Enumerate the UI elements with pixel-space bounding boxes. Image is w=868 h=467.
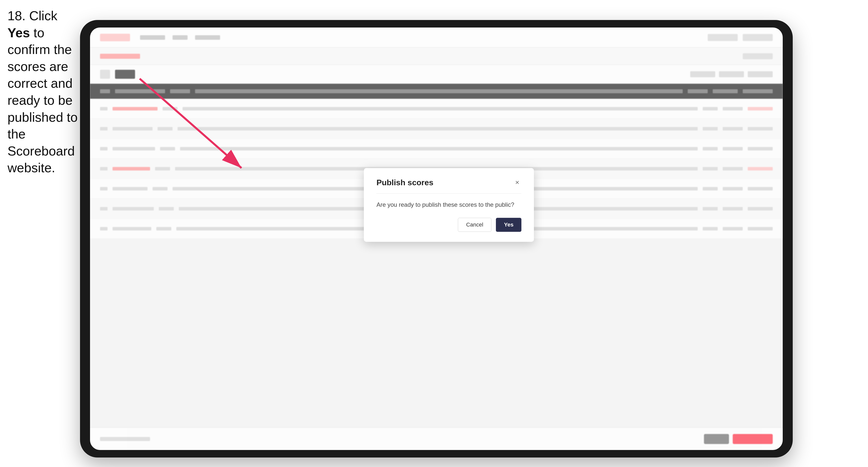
table-header	[90, 84, 783, 99]
nav-item-3	[195, 35, 220, 40]
header-btn-2	[743, 34, 773, 41]
filter-btn-active	[115, 70, 135, 79]
instruction-text: 18. Click Yes to confirm the scores are …	[7, 7, 80, 177]
table-row	[90, 119, 783, 139]
yes-button[interactable]: Yes	[496, 218, 521, 232]
bottom-right	[704, 434, 773, 444]
th-col-7	[743, 89, 773, 93]
app-logo	[100, 34, 130, 41]
filter-right	[690, 71, 773, 77]
dialog-message: Are you ready to publish these scores to…	[376, 200, 521, 209]
publish-scores-dialog: Publish scores × Are you ready to publis…	[364, 168, 534, 242]
tablet-frame: Publish scores × Are you ready to publis…	[80, 20, 793, 458]
cancel-button[interactable]: Cancel	[458, 218, 491, 232]
bottom-bar	[90, 428, 783, 450]
sub-header	[90, 48, 783, 65]
dialog-title: Publish scores	[376, 178, 433, 187]
filter-row	[90, 65, 783, 84]
header-right	[708, 34, 773, 41]
instruction-suffix: to confirm the scores are correct and re…	[7, 26, 78, 175]
close-icon[interactable]: ×	[513, 179, 521, 187]
bottom-btn-primary	[733, 434, 773, 444]
th-col-4	[195, 89, 683, 93]
sub-header-right	[743, 53, 773, 59]
filter-right-3	[748, 71, 773, 77]
th-col-2	[115, 89, 165, 93]
filter-btn-1	[100, 70, 110, 79]
step-number: 18.	[7, 8, 26, 23]
instruction-prefix: Click	[29, 8, 58, 23]
th-col-1	[100, 89, 110, 93]
app-nav	[140, 35, 220, 40]
yes-emphasis: Yes	[7, 26, 30, 40]
app-header	[90, 28, 783, 48]
th-col-6	[713, 89, 738, 93]
dialog-footer: Cancel Yes	[376, 218, 521, 232]
filter-right-2	[719, 71, 744, 77]
filter-right-1	[690, 71, 715, 77]
th-col-5	[688, 89, 708, 93]
header-btn-1	[708, 34, 738, 41]
bottom-btn-1	[704, 434, 729, 444]
nav-item-1	[140, 35, 165, 40]
tablet-screen: Publish scores × Are you ready to publis…	[90, 28, 783, 450]
dialog-header: Publish scores ×	[376, 178, 521, 187]
nav-item-2	[173, 35, 188, 40]
sub-header-text	[100, 54, 140, 59]
dialog-body: Are you ready to publish these scores to…	[376, 200, 521, 209]
bottom-text	[100, 437, 150, 441]
th-col-3	[170, 89, 190, 93]
table-row	[90, 139, 783, 159]
table-row	[90, 99, 783, 119]
